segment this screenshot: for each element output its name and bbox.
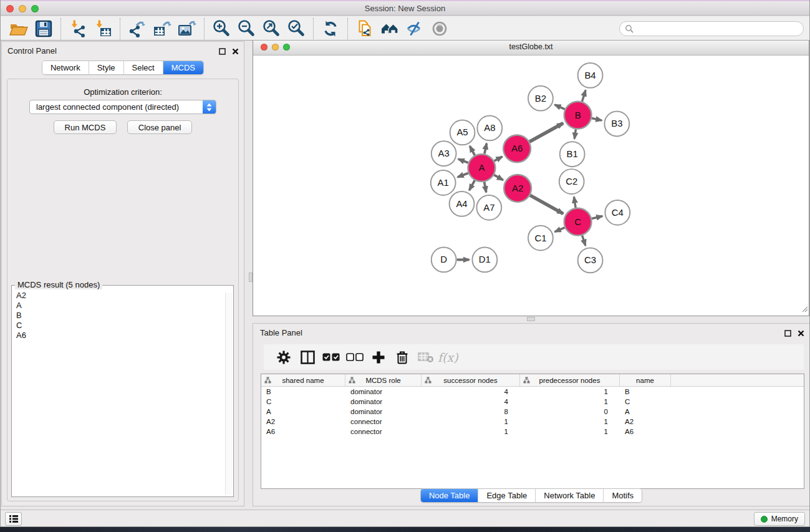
tab-motifs[interactable]: Motifs <box>603 489 642 502</box>
result-item-a2[interactable]: A2 <box>14 291 223 301</box>
import-table-icon[interactable] <box>90 18 115 39</box>
graph-edge-A-A4[interactable] <box>470 180 475 190</box>
result-item-a6[interactable]: A6 <box>14 331 223 341</box>
graph-node-D1[interactable]: D1 <box>472 248 497 273</box>
graph-edge-A6-B[interactable] <box>529 123 563 142</box>
graph-node-B1[interactable]: B1 <box>560 142 585 167</box>
save-session-icon[interactable] <box>31 18 56 39</box>
graph-node-B3[interactable]: B3 <box>604 112 629 137</box>
graph-node-C[interactable]: C <box>564 208 592 236</box>
graph-edge-C-C3[interactable] <box>582 236 586 246</box>
tab-network[interactable]: Network <box>42 61 89 74</box>
result-item-a[interactable]: A <box>14 301 223 311</box>
export-image-icon[interactable] <box>175 18 200 39</box>
graph-node-A7[interactable]: A7 <box>476 195 501 220</box>
close-panel-icon[interactable] <box>232 46 239 57</box>
tab-node-table[interactable]: Node Table <box>421 489 478 502</box>
graph-edge-A-A7[interactable] <box>485 182 486 193</box>
graph-node-B4[interactable]: B4 <box>578 63 603 88</box>
network-minimize-button[interactable] <box>272 44 279 51</box>
run-mcds-button[interactable]: Run MCDS <box>54 120 117 134</box>
delete-column-trash-icon[interactable] <box>390 348 414 367</box>
column-header-name[interactable]: name <box>620 374 671 386</box>
column-view-icon[interactable] <box>296 348 319 367</box>
tab-select[interactable]: Select <box>123 61 163 74</box>
float-panel-icon[interactable] <box>219 46 226 57</box>
result-item-b[interactable]: B <box>14 311 223 321</box>
graph-edge-A-A3[interactable] <box>458 159 468 163</box>
network-window-titlebar[interactable]: testGlobe.txt <box>253 39 809 56</box>
column-header-predecessor-nodes[interactable]: predecessor nodes <box>520 374 620 386</box>
graph-node-A[interactable]: A <box>468 154 495 181</box>
column-header-shared-name[interactable]: shared name <box>261 374 345 386</box>
graph-node-A1[interactable]: A1 <box>431 170 456 195</box>
graph-node-C2[interactable]: C2 <box>559 169 584 194</box>
close-panel-button[interactable]: Close panel <box>127 120 193 134</box>
graph-node-A3[interactable]: A3 <box>432 141 456 166</box>
network-zoom-button[interactable] <box>283 44 290 51</box>
graph-node-C3[interactable]: C3 <box>578 248 603 273</box>
graph-node-B2[interactable]: B2 <box>528 86 553 111</box>
network-close-button[interactable] <box>261 44 268 51</box>
zoom-out-icon[interactable] <box>234 18 259 39</box>
graph-node-A8[interactable]: A8 <box>477 116 502 141</box>
graph-edge-B-B3[interactable] <box>592 118 602 121</box>
column-header-successor-nodes[interactable]: successor nodes <box>422 374 520 386</box>
memory-button[interactable]: Memory <box>754 512 805 526</box>
tab-network-table[interactable]: Network Table <box>535 489 603 502</box>
export-network-icon[interactable] <box>125 18 150 39</box>
deselect-all-icon[interactable] <box>343 348 367 367</box>
graph-node-D[interactable]: D <box>432 248 456 273</box>
table-row-B[interactable]: Bdominator41B <box>261 387 804 397</box>
first-neighbors-icon[interactable] <box>377 18 402 39</box>
close-window-button[interactable] <box>6 5 14 12</box>
table-settings-gear-icon[interactable] <box>272 348 296 367</box>
new-network-from-selection-icon[interactable] <box>352 18 377 39</box>
graph-node-A4[interactable]: A4 <box>450 191 475 216</box>
graph-node-C1[interactable]: C1 <box>528 226 553 251</box>
tab-mcds[interactable]: MCDS <box>163 61 203 74</box>
graph-node-B[interactable]: B <box>564 102 592 129</box>
graph-edge-C-C1[interactable] <box>555 228 565 232</box>
graph-edge-C-C4[interactable] <box>592 216 602 218</box>
import-network-icon[interactable] <box>65 18 90 39</box>
minimize-window-button[interactable] <box>19 5 26 12</box>
zoom-fit-icon[interactable] <box>259 18 284 39</box>
show-graphics-details-icon[interactable] <box>427 18 452 39</box>
table-row-A[interactable]: Adominator80A <box>261 407 804 417</box>
zoom-selected-icon[interactable] <box>284 18 309 39</box>
graph-edge-C-C2[interactable] <box>574 197 576 208</box>
open-file-icon[interactable] <box>6 18 31 39</box>
float-panel-icon[interactable] <box>784 328 791 339</box>
table-row-C[interactable]: Cdominator41C <box>261 397 804 407</box>
graph-node-C4[interactable]: C4 <box>605 200 630 225</box>
graph-edge-A2-C[interactable] <box>530 195 563 214</box>
select-all-icon[interactable] <box>319 348 343 367</box>
graph-node-A6[interactable]: A6 <box>503 135 531 162</box>
graph-edge-A-A6[interactable] <box>494 157 502 161</box>
zoom-window-button[interactable] <box>31 5 39 12</box>
table-row-A2[interactable]: A2connector11A2 <box>261 417 804 427</box>
graph-edge-B-B1[interactable] <box>574 129 576 138</box>
graph-node-A5[interactable]: A5 <box>450 120 475 145</box>
optimization-criterion-dropdown[interactable]: largest connected component (directed) <box>29 100 216 114</box>
graph-edge-A-A1[interactable] <box>458 173 468 177</box>
graph-edge-A-A5[interactable] <box>470 146 475 155</box>
tab-edge-table[interactable]: Edge Table <box>478 489 535 502</box>
graph-edge-A-A2[interactable] <box>494 175 503 180</box>
column-header-MCDS-role[interactable]: MCDS role <box>345 374 422 386</box>
graph-edge-A-A8[interactable] <box>485 143 486 154</box>
add-column-icon[interactable] <box>367 348 390 367</box>
graph-edge-B-B4[interactable] <box>582 90 586 102</box>
window-resize-grip[interactable] <box>801 304 808 315</box>
hide-graphics-details-icon[interactable] <box>402 18 427 39</box>
result-scrollbar[interactable] <box>225 293 232 495</box>
network-canvas[interactable]: B4B2BB3A8A5A6A3B1AC2A1A2A4A7C4CC1DD1C3 <box>254 56 808 315</box>
zoom-in-icon[interactable] <box>209 18 234 39</box>
close-panel-icon[interactable] <box>798 328 804 339</box>
horizontal-splitter-grip[interactable] <box>527 317 535 321</box>
export-table-icon[interactable] <box>150 18 175 39</box>
graph-edge-B-B2[interactable] <box>555 105 565 109</box>
graph-node-A2[interactable]: A2 <box>504 175 531 202</box>
refresh-layout-icon[interactable] <box>318 18 343 39</box>
